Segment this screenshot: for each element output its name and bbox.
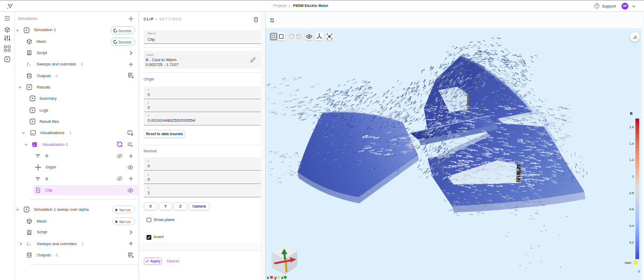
svg-text:z: z — [281, 275, 283, 280]
svg-text:x: x — [29, 243, 31, 246]
svg-text:x: x — [30, 64, 31, 67]
